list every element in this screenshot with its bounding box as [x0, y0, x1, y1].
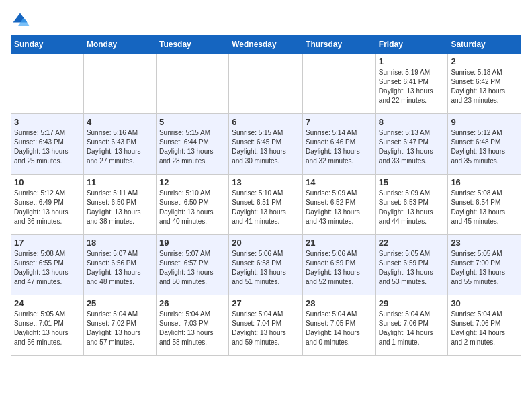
calendar-cell: 18Sunrise: 5:07 AM Sunset: 6:56 PM Dayli… — [83, 235, 156, 295]
day-number: 29 — [379, 298, 445, 308]
calendar-cell: 26Sunrise: 5:04 AM Sunset: 7:03 PM Dayli… — [156, 295, 228, 356]
calendar-cell: 12Sunrise: 5:10 AM Sunset: 6:50 PM Dayli… — [156, 175, 228, 235]
calendar-cell: 13Sunrise: 5:10 AM Sunset: 6:51 PM Dayli… — [229, 175, 303, 235]
calendar-cell: 15Sunrise: 5:09 AM Sunset: 6:53 PM Dayli… — [375, 175, 448, 235]
calendar-cell: 21Sunrise: 5:06 AM Sunset: 6:59 PM Dayli… — [303, 235, 376, 295]
calendar-cell: 29Sunrise: 5:04 AM Sunset: 7:06 PM Dayli… — [375, 295, 448, 356]
calendar-cell: 11Sunrise: 5:11 AM Sunset: 6:50 PM Dayli… — [83, 175, 156, 235]
day-number: 30 — [451, 298, 518, 308]
calendar-week-row: 10Sunrise: 5:12 AM Sunset: 6:49 PM Dayli… — [11, 175, 521, 235]
day-info: Sunrise: 5:09 AM Sunset: 6:53 PM Dayligh… — [379, 189, 445, 226]
calendar-cell: 8Sunrise: 5:13 AM Sunset: 6:47 PM Daylig… — [375, 114, 448, 175]
day-info: Sunrise: 5:10 AM Sunset: 6:51 PM Dayligh… — [232, 189, 300, 226]
day-number: 25 — [87, 298, 153, 308]
day-info: Sunrise: 5:05 AM Sunset: 6:59 PM Dayligh… — [379, 249, 445, 287]
calendar-week-row: 24Sunrise: 5:05 AM Sunset: 7:01 PM Dayli… — [11, 295, 521, 356]
day-header-saturday: Saturday — [448, 36, 521, 54]
calendar-cell — [11, 54, 84, 114]
calendar-cell: 3Sunrise: 5:17 AM Sunset: 6:43 PM Daylig… — [11, 114, 84, 175]
day-info: Sunrise: 5:04 AM Sunset: 7:02 PM Dayligh… — [87, 310, 153, 347]
day-number: 7 — [306, 117, 373, 127]
calendar-cell: 25Sunrise: 5:04 AM Sunset: 7:02 PM Dayli… — [83, 295, 156, 356]
calendar-cell: 10Sunrise: 5:12 AM Sunset: 6:49 PM Dayli… — [11, 175, 84, 235]
day-info: Sunrise: 5:04 AM Sunset: 7:06 PM Dayligh… — [379, 310, 445, 347]
day-info: Sunrise: 5:18 AM Sunset: 6:42 PM Dayligh… — [451, 68, 518, 105]
day-header-friday: Friday — [375, 36, 448, 54]
calendar-cell — [156, 54, 228, 114]
day-number: 23 — [451, 238, 518, 248]
calendar-cell: 30Sunrise: 5:04 AM Sunset: 7:06 PM Dayli… — [448, 295, 521, 356]
day-info: Sunrise: 5:08 AM Sunset: 6:54 PM Dayligh… — [451, 189, 518, 226]
calendar-week-row: 17Sunrise: 5:08 AM Sunset: 6:55 PM Dayli… — [11, 235, 521, 295]
day-info: Sunrise: 5:06 AM Sunset: 6:59 PM Dayligh… — [306, 249, 373, 287]
day-number: 4 — [87, 117, 153, 127]
day-number: 9 — [451, 117, 518, 127]
day-info: Sunrise: 5:04 AM Sunset: 7:05 PM Dayligh… — [306, 310, 373, 347]
calendar-cell: 22Sunrise: 5:05 AM Sunset: 6:59 PM Dayli… — [375, 235, 448, 295]
day-number: 2 — [451, 56, 518, 66]
calendar-cell: 6Sunrise: 5:15 AM Sunset: 6:45 PM Daylig… — [229, 114, 303, 175]
day-info: Sunrise: 5:05 AM Sunset: 7:00 PM Dayligh… — [451, 249, 518, 287]
day-info: Sunrise: 5:04 AM Sunset: 7:03 PM Dayligh… — [159, 310, 226, 347]
calendar-cell: 7Sunrise: 5:14 AM Sunset: 6:46 PM Daylig… — [303, 114, 376, 175]
page-header — [11, 11, 521, 30]
calendar-cell: 2Sunrise: 5:18 AM Sunset: 6:42 PM Daylig… — [448, 54, 521, 114]
day-info: Sunrise: 5:17 AM Sunset: 6:43 PM Dayligh… — [14, 128, 81, 166]
day-header-tuesday: Tuesday — [156, 36, 228, 54]
day-number: 5 — [159, 117, 226, 127]
day-number: 13 — [232, 177, 300, 187]
calendar-cell — [229, 54, 303, 114]
calendar-cell — [83, 54, 156, 114]
day-number: 24 — [14, 298, 81, 308]
day-number: 14 — [306, 177, 373, 187]
day-number: 12 — [159, 177, 226, 187]
calendar-cell: 27Sunrise: 5:04 AM Sunset: 7:04 PM Dayli… — [229, 295, 303, 356]
day-number: 1 — [379, 56, 445, 66]
calendar-cell: 4Sunrise: 5:16 AM Sunset: 6:43 PM Daylig… — [83, 114, 156, 175]
day-number: 27 — [232, 298, 300, 308]
calendar-cell: 24Sunrise: 5:05 AM Sunset: 7:01 PM Dayli… — [11, 295, 84, 356]
calendar: SundayMondayTuesdayWednesdayThursdayFrid… — [11, 35, 521, 356]
calendar-week-row: 1Sunrise: 5:19 AM Sunset: 6:41 PM Daylig… — [11, 54, 521, 114]
calendar-cell: 5Sunrise: 5:15 AM Sunset: 6:44 PM Daylig… — [156, 114, 228, 175]
day-info: Sunrise: 5:15 AM Sunset: 6:44 PM Dayligh… — [159, 128, 226, 166]
calendar-cell: 1Sunrise: 5:19 AM Sunset: 6:41 PM Daylig… — [375, 54, 448, 114]
day-number: 26 — [159, 298, 226, 308]
day-info: Sunrise: 5:09 AM Sunset: 6:52 PM Dayligh… — [306, 189, 373, 226]
day-info: Sunrise: 5:04 AM Sunset: 7:06 PM Dayligh… — [451, 310, 518, 347]
day-info: Sunrise: 5:07 AM Sunset: 6:56 PM Dayligh… — [87, 249, 153, 287]
logo — [11, 11, 32, 30]
calendar-cell: 17Sunrise: 5:08 AM Sunset: 6:55 PM Dayli… — [11, 235, 84, 295]
day-header-thursday: Thursday — [303, 36, 376, 54]
day-number: 6 — [232, 117, 300, 127]
day-header-sunday: Sunday — [11, 36, 84, 54]
day-info: Sunrise: 5:15 AM Sunset: 6:45 PM Dayligh… — [232, 128, 300, 166]
day-number: 22 — [379, 238, 445, 248]
calendar-cell: 23Sunrise: 5:05 AM Sunset: 7:00 PM Dayli… — [448, 235, 521, 295]
calendar-cell: 16Sunrise: 5:08 AM Sunset: 6:54 PM Dayli… — [448, 175, 521, 235]
calendar-week-row: 3Sunrise: 5:17 AM Sunset: 6:43 PM Daylig… — [11, 114, 521, 175]
day-info: Sunrise: 5:12 AM Sunset: 6:48 PM Dayligh… — [451, 128, 518, 166]
day-header-monday: Monday — [83, 36, 156, 54]
calendar-cell — [303, 54, 376, 114]
day-info: Sunrise: 5:12 AM Sunset: 6:49 PM Dayligh… — [14, 189, 81, 226]
day-info: Sunrise: 5:07 AM Sunset: 6:57 PM Dayligh… — [159, 249, 226, 287]
day-info: Sunrise: 5:05 AM Sunset: 7:01 PM Dayligh… — [14, 310, 81, 347]
day-info: Sunrise: 5:08 AM Sunset: 6:55 PM Dayligh… — [14, 249, 81, 287]
day-info: Sunrise: 5:14 AM Sunset: 6:46 PM Dayligh… — [306, 128, 373, 166]
day-number: 28 — [306, 298, 373, 308]
day-number: 21 — [306, 238, 373, 248]
day-number: 11 — [87, 177, 153, 187]
day-info: Sunrise: 5:06 AM Sunset: 6:58 PM Dayligh… — [232, 249, 300, 287]
day-number: 3 — [14, 117, 81, 127]
day-number: 16 — [451, 177, 518, 187]
day-number: 8 — [379, 117, 445, 127]
day-info: Sunrise: 5:13 AM Sunset: 6:47 PM Dayligh… — [379, 128, 445, 166]
calendar-cell: 28Sunrise: 5:04 AM Sunset: 7:05 PM Dayli… — [303, 295, 376, 356]
calendar-cell: 9Sunrise: 5:12 AM Sunset: 6:48 PM Daylig… — [448, 114, 521, 175]
day-number: 15 — [379, 177, 445, 187]
day-number: 10 — [14, 177, 81, 187]
day-number: 20 — [232, 238, 300, 248]
day-info: Sunrise: 5:04 AM Sunset: 7:04 PM Dayligh… — [232, 310, 300, 347]
day-number: 17 — [14, 238, 81, 248]
